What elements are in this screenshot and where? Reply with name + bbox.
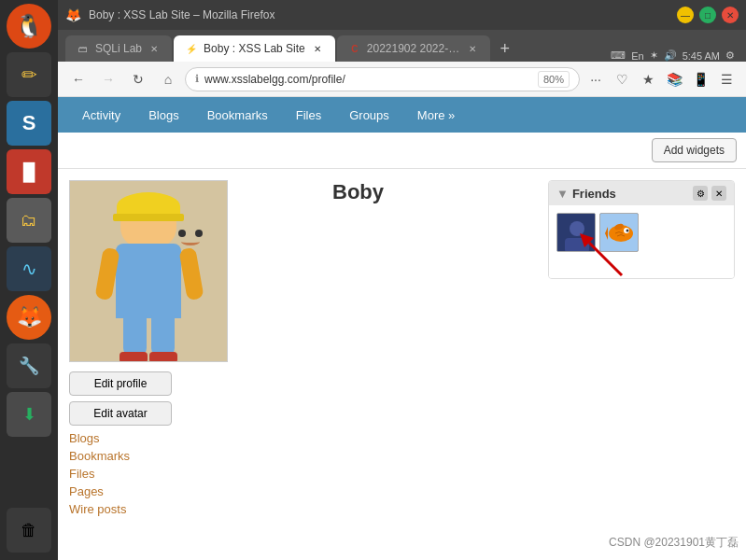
navigation-bar: ← → ↻ ⌂ ℹ www.xsslabelgg.com/profile/ 80… [58, 62, 746, 97]
nav-bookmarks[interactable]: Bookmarks [194, 103, 281, 128]
maximize-button[interactable]: □ [699, 7, 716, 23]
profile-link-bookmarks[interactable]: Bookmarks [69, 449, 321, 463]
forward-button[interactable]: → [95, 66, 121, 92]
tab-boby[interactable]: ⚡ Boby : XSS Lab Site ✕ [174, 35, 335, 62]
nav-activity[interactable]: Activity [69, 103, 134, 128]
new-tab-button[interactable]: + [492, 35, 518, 62]
leg-right [151, 314, 175, 356]
profile-link-pages[interactable]: Pages [69, 484, 321, 498]
nav-blogs[interactable]: Blogs [135, 103, 192, 128]
profile-link-wire-posts[interactable]: Wire posts [69, 502, 321, 516]
terminal-icon[interactable]: ▐▌ [7, 149, 51, 194]
window-favicon: 🦊 [65, 7, 81, 22]
synced-tabs-button[interactable]: 📱 [688, 67, 712, 91]
tab-close-boby[interactable]: ✕ [311, 42, 324, 55]
wireshark-icon[interactable]: ∿ [7, 246, 51, 291]
menu-button[interactable]: ☰ [714, 67, 739, 91]
lang-indicator: En [631, 50, 643, 62]
eye-left [178, 230, 186, 237]
s-app-icon[interactable]: S [7, 101, 51, 146]
pocket-button[interactable]: ♡ [610, 67, 634, 91]
edit-profile-button[interactable]: Edit profile [69, 371, 172, 396]
tab-bar: 🗃 SQLi Lab ✕ ⚡ Boby : XSS Lab Site ✕ C 2… [58, 30, 746, 62]
edit-avatar-button[interactable]: Edit avatar [69, 401, 172, 426]
reload-button[interactable]: ↻ [125, 66, 151, 92]
red-arrow [566, 224, 640, 279]
tab-csdn[interactable]: C 20221902 2022-2023-2 ✕ [337, 35, 490, 62]
settings-icon: ⚙ [725, 49, 735, 62]
right-panel: ▼ Friends ⚙ ✕ [548, 180, 735, 549]
tab-label-boby: Boby : XSS Lab Site [204, 42, 305, 55]
url-text: www.xsslabelgg.com/profile/ [204, 73, 532, 86]
url-bar[interactable]: ℹ www.xsslabelgg.com/profile/ 80% [185, 67, 580, 91]
profile-link-files[interactable]: Files [69, 467, 321, 481]
firefox-icon[interactable]: 🦊 [7, 295, 51, 340]
watermark: CSDN @20231901黄丁磊 [609, 535, 739, 551]
widget-controls: ⚙ ✕ [693, 186, 726, 201]
widget-collapse-icon: ▼ [556, 187, 569, 201]
hat-brim [113, 214, 184, 221]
nav-groups[interactable]: Groups [336, 103, 402, 128]
widget-title-text: Friends [572, 187, 616, 201]
update-manager-icon[interactable]: ⬇ [7, 392, 51, 437]
minimize-button[interactable]: — [677, 7, 694, 23]
profile-avatar [69, 180, 228, 362]
text-editor-icon[interactable]: ✏ [7, 52, 51, 97]
nav-files[interactable]: Files [283, 103, 334, 128]
widget-body [549, 205, 734, 278]
browser-window: 🦊 Boby : XSS Lab Site – Mozilla Firefox … [58, 0, 746, 560]
tab-favicon-boby: ⚡ [185, 42, 198, 55]
nav-more[interactable]: More » [404, 103, 468, 128]
title-bar: 🦊 Boby : XSS Lab Site – Mozilla Firefox … [58, 0, 746, 30]
close-button[interactable]: ✕ [722, 7, 739, 23]
ubuntu-icon[interactable]: 🐧 [7, 4, 51, 49]
tab-close-sqli[interactable]: ✕ [148, 42, 161, 55]
tab-favicon-sqli: 🗃 [77, 42, 90, 55]
profile-link-blogs[interactable]: Blogs [69, 431, 321, 445]
leg-left [123, 314, 147, 356]
site-navigation: Activity Blogs Bookmarks Files Groups Mo… [58, 97, 746, 133]
home-button[interactable]: ⌂ [155, 66, 181, 92]
library-button[interactable]: 📚 [662, 67, 686, 91]
widget-header: ▼ Friends ⚙ ✕ [549, 181, 734, 205]
tab-label-csdn: 20221902 2022-2023-2 [367, 42, 460, 55]
profile-area: Edit profile Edit avatar Blogs Bookmarks… [58, 169, 746, 560]
tab-close-csdn[interactable]: ✕ [466, 42, 479, 55]
profile-username: Boby [332, 180, 537, 204]
eye-right [195, 230, 203, 237]
foot-left [120, 352, 148, 363]
bookmark-button[interactable]: ★ [636, 67, 660, 91]
keyboard-layout-icon: ⌨ [611, 49, 626, 62]
zoom-level: 80% [538, 71, 570, 88]
tab-label-sqli: SQLi Lab [95, 42, 142, 55]
volume-icon: 🔊 [664, 49, 677, 62]
avatar-figure [78, 188, 218, 356]
tab-sqli-lab[interactable]: 🗃 SQLi Lab ✕ [65, 35, 172, 62]
svg-line-9 [589, 243, 622, 275]
page-content: Add widgets [58, 133, 746, 560]
files-icon[interactable]: 🗂 [7, 198, 51, 243]
foot-right [149, 352, 177, 363]
tools-icon[interactable]: 🔧 [7, 343, 51, 388]
window-title: Boby : XSS Lab Site – Mozilla Firefox [89, 8, 274, 21]
tab-favicon-csdn: C [348, 42, 361, 55]
bluetooth-icon: ✶ [650, 49, 658, 62]
taskbar: 🐧 ✏ S ▐▌ 🗂 ∿ 🦊 🔧 ⬇ 🗑 [0, 0, 58, 560]
smile [181, 238, 200, 245]
center-panel: Boby [332, 180, 537, 549]
more-options-button[interactable]: ··· [584, 67, 608, 91]
trash-icon[interactable]: 🗑 [7, 508, 51, 553]
left-panel: Edit profile Edit avatar Blogs Bookmarks… [69, 180, 321, 549]
time-display: 5:45 AM [683, 50, 720, 62]
widget-close-button[interactable]: ✕ [711, 186, 726, 201]
body [116, 244, 181, 318]
friends-widget: ▼ Friends ⚙ ✕ [548, 180, 735, 279]
back-button[interactable]: ← [65, 66, 91, 92]
secure-icon: ℹ [195, 73, 199, 85]
arm-right [178, 246, 204, 300]
add-widgets-button[interactable]: Add widgets [652, 138, 737, 162]
profile-links: Blogs Bookmarks Files Pages Wire posts [69, 431, 321, 516]
widget-settings-button[interactable]: ⚙ [693, 186, 708, 201]
toolbar-area: Add widgets [58, 133, 746, 169]
widget-title: ▼ Friends [556, 187, 616, 201]
